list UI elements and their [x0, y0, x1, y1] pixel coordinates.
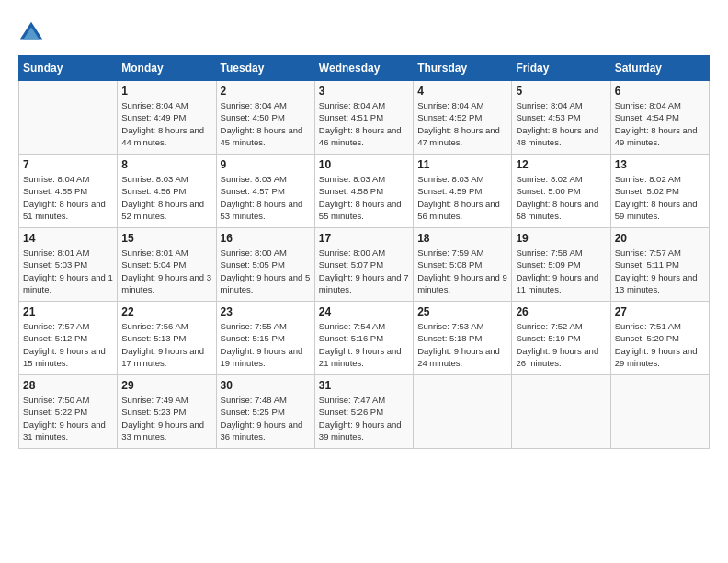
logo-icon — [18, 20, 44, 46]
day-cell: 7Sunrise: 8:04 AM Sunset: 4:55 PM Daylig… — [19, 155, 118, 228]
day-number: 22 — [121, 305, 211, 318]
day-cell: 30Sunrise: 7:48 AM Sunset: 5:25 PM Dayli… — [216, 375, 314, 449]
day-number: 23 — [221, 305, 311, 318]
day-info: Sunrise: 8:04 AM Sunset: 4:52 PM Dayligh… — [417, 99, 507, 148]
column-header-monday: Monday — [118, 56, 216, 81]
day-cell: 22Sunrise: 7:56 AM Sunset: 5:13 PM Dayli… — [118, 302, 216, 375]
day-number: 13 — [615, 158, 705, 171]
day-number: 3 — [319, 85, 409, 98]
day-number: 28 — [23, 379, 113, 392]
day-cell: 4Sunrise: 8:04 AM Sunset: 4:52 PM Daylig… — [414, 81, 512, 155]
day-cell: 2Sunrise: 8:04 AM Sunset: 4:50 PM Daylig… — [216, 81, 314, 155]
header-row: SundayMondayTuesdayWednesdayThursdayFrid… — [19, 56, 710, 81]
column-header-tuesday: Tuesday — [216, 56, 314, 81]
day-info: Sunrise: 7:48 AM Sunset: 5:25 PM Dayligh… — [221, 394, 311, 442]
day-number: 30 — [221, 379, 311, 392]
day-info: Sunrise: 8:00 AM Sunset: 5:05 PM Dayligh… — [221, 247, 311, 295]
day-info: Sunrise: 8:04 AM Sunset: 4:50 PM Dayligh… — [221, 99, 311, 148]
column-header-friday: Friday — [512, 56, 610, 81]
column-header-wednesday: Wednesday — [314, 56, 413, 81]
day-info: Sunrise: 7:53 AM Sunset: 5:18 PM Dayligh… — [417, 320, 507, 369]
day-number: 19 — [516, 232, 606, 245]
day-number: 12 — [516, 158, 606, 171]
day-info: Sunrise: 8:03 AM Sunset: 4:56 PM Dayligh… — [121, 173, 211, 222]
day-number: 20 — [615, 232, 705, 245]
day-cell: 29Sunrise: 7:49 AM Sunset: 5:23 PM Dayli… — [118, 375, 216, 449]
day-info: Sunrise: 7:57 AM Sunset: 5:12 PM Dayligh… — [23, 320, 113, 369]
day-number: 11 — [417, 158, 507, 171]
day-cell: 14Sunrise: 8:01 AM Sunset: 5:03 PM Dayli… — [19, 228, 118, 302]
day-number: 9 — [221, 158, 311, 171]
day-info: Sunrise: 7:52 AM Sunset: 5:19 PM Dayligh… — [516, 320, 606, 369]
day-cell: 17Sunrise: 8:00 AM Sunset: 5:07 PM Dayli… — [314, 228, 413, 302]
day-cell: 28Sunrise: 7:50 AM Sunset: 5:22 PM Dayli… — [19, 375, 118, 449]
day-info: Sunrise: 8:03 AM Sunset: 4:57 PM Dayligh… — [221, 173, 311, 222]
day-cell: 25Sunrise: 7:53 AM Sunset: 5:18 PM Dayli… — [414, 302, 512, 375]
day-info: Sunrise: 7:47 AM Sunset: 5:26 PM Dayligh… — [319, 394, 409, 442]
day-info: Sunrise: 7:57 AM Sunset: 5:11 PM Dayligh… — [615, 247, 705, 295]
day-info: Sunrise: 8:01 AM Sunset: 5:04 PM Dayligh… — [121, 247, 211, 295]
day-info: Sunrise: 8:04 AM Sunset: 4:55 PM Dayligh… — [23, 173, 113, 222]
day-cell — [414, 375, 512, 449]
column-header-sunday: Sunday — [19, 56, 118, 81]
day-info: Sunrise: 8:04 AM Sunset: 4:51 PM Dayligh… — [319, 99, 409, 148]
day-cell — [610, 375, 709, 449]
day-info: Sunrise: 8:02 AM Sunset: 5:00 PM Dayligh… — [516, 173, 606, 222]
day-number: 27 — [615, 305, 705, 318]
day-info: Sunrise: 8:04 AM Sunset: 4:49 PM Dayligh… — [121, 99, 211, 148]
day-cell: 24Sunrise: 7:54 AM Sunset: 5:16 PM Dayli… — [314, 302, 413, 375]
day-cell: 23Sunrise: 7:55 AM Sunset: 5:15 PM Dayli… — [216, 302, 314, 375]
day-info: Sunrise: 8:03 AM Sunset: 4:59 PM Dayligh… — [417, 173, 507, 222]
calendar-table: SundayMondayTuesdayWednesdayThursdayFrid… — [18, 55, 710, 449]
day-info: Sunrise: 7:56 AM Sunset: 5:13 PM Dayligh… — [121, 320, 211, 369]
day-cell: 18Sunrise: 7:59 AM Sunset: 5:08 PM Dayli… — [414, 228, 512, 302]
day-cell: 19Sunrise: 7:58 AM Sunset: 5:09 PM Dayli… — [512, 228, 610, 302]
day-number: 21 — [23, 305, 113, 318]
day-number: 24 — [319, 305, 409, 318]
day-cell: 15Sunrise: 8:01 AM Sunset: 5:04 PM Dayli… — [118, 228, 216, 302]
day-cell: 8Sunrise: 8:03 AM Sunset: 4:56 PM Daylig… — [118, 155, 216, 228]
day-cell: 5Sunrise: 8:04 AM Sunset: 4:53 PM Daylig… — [512, 81, 610, 155]
day-number: 5 — [516, 85, 606, 98]
week-row-1: 1Sunrise: 8:04 AM Sunset: 4:49 PM Daylig… — [19, 81, 710, 155]
day-cell: 6Sunrise: 8:04 AM Sunset: 4:54 PM Daylig… — [610, 81, 709, 155]
day-info: Sunrise: 7:55 AM Sunset: 5:15 PM Dayligh… — [221, 320, 311, 369]
day-number: 31 — [319, 379, 409, 392]
day-number: 2 — [221, 85, 311, 98]
week-row-4: 21Sunrise: 7:57 AM Sunset: 5:12 PM Dayli… — [19, 302, 710, 375]
day-cell: 16Sunrise: 8:00 AM Sunset: 5:05 PM Dayli… — [216, 228, 314, 302]
day-cell — [19, 81, 118, 155]
day-info: Sunrise: 7:49 AM Sunset: 5:23 PM Dayligh… — [121, 394, 211, 442]
week-row-5: 28Sunrise: 7:50 AM Sunset: 5:22 PM Dayli… — [19, 375, 710, 449]
day-number: 16 — [221, 232, 311, 245]
day-number: 29 — [121, 379, 211, 392]
day-number: 8 — [121, 158, 211, 171]
day-info: Sunrise: 8:00 AM Sunset: 5:07 PM Dayligh… — [319, 247, 409, 295]
day-cell: 3Sunrise: 8:04 AM Sunset: 4:51 PM Daylig… — [314, 81, 413, 155]
day-number: 4 — [417, 85, 507, 98]
logo — [18, 18, 48, 46]
day-info: Sunrise: 8:01 AM Sunset: 5:03 PM Dayligh… — [23, 247, 113, 295]
day-cell: 11Sunrise: 8:03 AM Sunset: 4:59 PM Dayli… — [414, 155, 512, 228]
day-info: Sunrise: 8:03 AM Sunset: 4:58 PM Dayligh… — [319, 173, 409, 222]
day-cell: 27Sunrise: 7:51 AM Sunset: 5:20 PM Dayli… — [610, 302, 709, 375]
calendar-body: 1Sunrise: 8:04 AM Sunset: 4:49 PM Daylig… — [19, 81, 710, 449]
day-info: Sunrise: 7:54 AM Sunset: 5:16 PM Dayligh… — [319, 320, 409, 369]
page-header — [18, 18, 710, 46]
day-number: 1 — [121, 85, 211, 98]
day-info: Sunrise: 8:04 AM Sunset: 4:54 PM Dayligh… — [615, 99, 705, 148]
day-number: 25 — [417, 305, 507, 318]
column-header-thursday: Thursday — [414, 56, 512, 81]
day-cell: 9Sunrise: 8:03 AM Sunset: 4:57 PM Daylig… — [216, 155, 314, 228]
day-number: 7 — [23, 158, 113, 171]
day-cell — [512, 375, 610, 449]
day-cell: 13Sunrise: 8:02 AM Sunset: 5:02 PM Dayli… — [610, 155, 709, 228]
day-number: 14 — [23, 232, 113, 245]
calendar-header: SundayMondayTuesdayWednesdayThursdayFrid… — [19, 56, 710, 81]
day-info: Sunrise: 7:50 AM Sunset: 5:22 PM Dayligh… — [23, 394, 113, 442]
day-cell: 10Sunrise: 8:03 AM Sunset: 4:58 PM Dayli… — [314, 155, 413, 228]
day-number: 15 — [121, 232, 211, 245]
day-number: 10 — [319, 158, 409, 171]
day-info: Sunrise: 7:51 AM Sunset: 5:20 PM Dayligh… — [615, 320, 705, 369]
day-number: 17 — [319, 232, 409, 245]
